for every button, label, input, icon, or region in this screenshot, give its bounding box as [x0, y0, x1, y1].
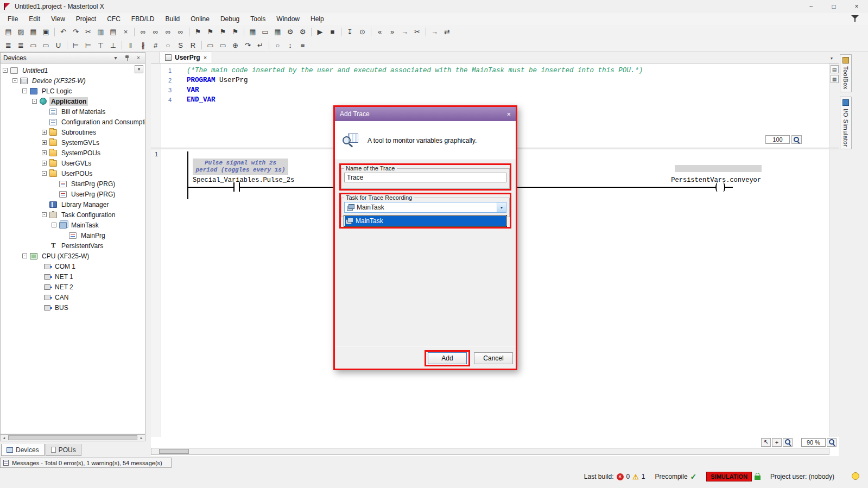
scrollbar-thumb[interactable]: [8, 435, 137, 440]
insert-network-below-icon[interactable]: ≣: [15, 39, 27, 51]
insert-input-icon[interactable]: ⊕: [229, 39, 242, 51]
tree-item[interactable]: - Application: [1, 96, 145, 106]
contact-symbol[interactable]: [233, 182, 235, 192]
tab-pous[interactable]: POUs: [46, 444, 81, 456]
indent-icon[interactable]: »: [386, 26, 398, 38]
tab-devices[interactable]: Devices: [1, 444, 45, 456]
tree-item[interactable]: + UserGVLs: [1, 158, 145, 168]
paste-icon[interactable]: ▤: [107, 26, 119, 38]
insert-coil-icon[interactable]: ○: [162, 39, 174, 51]
cut-icon[interactable]: ✂: [82, 26, 94, 38]
menu-online[interactable]: Online: [185, 14, 215, 24]
toolbar-separator[interactable]: [65, 39, 69, 51]
insert-comment-icon[interactable]: ▭: [40, 39, 52, 51]
clock-icon[interactable]: ⊙: [356, 26, 369, 38]
toggle-bookmark-icon[interactable]: ⚑: [192, 26, 204, 38]
tree-item[interactable]: Bill of Materials: [1, 106, 145, 117]
toolbar-separator[interactable]: [339, 26, 344, 38]
menu-fbd-ld[interactable]: FBD/LD: [126, 14, 160, 24]
tab-io-simulator[interactable]: I/O Simulator: [840, 97, 852, 150]
undo-icon[interactable]: ↶: [57, 26, 69, 38]
toolbar-separator[interactable]: [242, 26, 246, 38]
toolbar-separator[interactable]: [52, 26, 57, 38]
search-project-icon[interactable]: ∞: [162, 26, 174, 38]
ladder-zoom-value[interactable]: 90 %: [801, 438, 826, 447]
menu-view[interactable]: View: [46, 14, 71, 24]
calendar-icon[interactable]: ▦: [271, 26, 284, 38]
tree-item[interactable]: - CPU (XF325-W): [1, 251, 145, 261]
expand-toggle-icon[interactable]: +: [42, 130, 47, 135]
tree-item[interactable]: + SystemPOUs: [1, 148, 145, 158]
panel-close-icon[interactable]: ×: [135, 54, 142, 62]
expand-toggle-icon[interactable]: -: [32, 99, 37, 104]
toolbar-separator[interactable]: [132, 26, 137, 38]
tree-item[interactable]: NET 1: [1, 271, 145, 282]
ladder-comment-box[interactable]: Pulse signal with 2s period (toggles eve…: [193, 159, 288, 175]
expand-toggle-icon[interactable]: -: [22, 253, 27, 258]
tree-item[interactable]: - UserPOUs: [1, 168, 145, 179]
delete-icon[interactable]: ×: [119, 26, 132, 38]
gears-icon[interactable]: ⚙: [296, 26, 309, 38]
declaration-zoom-value[interactable]: 100: [765, 135, 790, 144]
contact-variable-label[interactable]: Special_Variables.Pulse_2s: [193, 176, 294, 184]
goto-icon[interactable]: →: [398, 26, 411, 38]
menu-tools[interactable]: Tools: [245, 14, 271, 24]
gear-icon[interactable]: ⚙: [284, 26, 296, 38]
insert-negated-contact-icon[interactable]: ∦: [137, 39, 149, 51]
menu-file[interactable]: File: [2, 14, 23, 24]
find-icon[interactable]: ∞: [137, 26, 149, 38]
scroll-left-icon[interactable]: ◂: [1, 435, 8, 441]
next-bookmark-icon[interactable]: ⚑: [217, 26, 229, 38]
insert-box-icon[interactable]: ▭: [204, 39, 217, 51]
task-combobox[interactable]: MainTask ▾: [344, 202, 506, 213]
messages-bar[interactable]: Messages - Total 0 error(s), 1 warning(s…: [0, 458, 172, 468]
tree-item[interactable]: - Device (XF325-W): [1, 75, 145, 86]
close-button[interactable]: ×: [845, 0, 868, 13]
tree-item[interactable]: UserPrg (PRG): [1, 189, 145, 199]
filter-funnel-icon[interactable]: [851, 15, 861, 23]
insert-contact-icon[interactable]: ‖: [124, 39, 137, 51]
toolbar-separator[interactable]: [267, 39, 271, 51]
trace-name-input[interactable]: [344, 173, 506, 182]
menu-build[interactable]: Build: [160, 14, 186, 24]
tree-item[interactable]: - Task Configuration: [1, 210, 145, 220]
tree-item[interactable]: BUS: [1, 302, 145, 313]
expand-toggle-icon[interactable]: -: [12, 78, 17, 83]
magnet-icon[interactable]: U: [52, 39, 65, 51]
stop-icon[interactable]: ■: [326, 26, 339, 38]
align-bottom-icon[interactable]: ⊥: [107, 39, 119, 51]
panel-chevron-down-icon[interactable]: ▾: [112, 54, 119, 62]
declaration-view-icon[interactable]: ▤: [831, 65, 839, 73]
zoom-tool-icon[interactable]: [783, 438, 793, 447]
expand-toggle-icon[interactable]: -: [3, 68, 8, 73]
previous-bookmark-icon[interactable]: ⚑: [204, 26, 217, 38]
add-button[interactable]: Add: [428, 352, 467, 364]
scroll-right-icon[interactable]: ▸: [138, 435, 145, 441]
tab-list-chevron-icon[interactable]: ▾: [827, 54, 836, 62]
hint-bulb-icon[interactable]: [852, 472, 859, 480]
copy-icon[interactable]: ▥: [94, 26, 107, 38]
edge-detection-icon[interactable]: ↕: [284, 39, 296, 51]
dialog-titlebar[interactable]: Add Trace ×: [335, 107, 516, 121]
cancel-button[interactable]: Cancel: [474, 352, 513, 364]
combobox-chevron-down-icon[interactable]: ▾: [497, 202, 506, 212]
tree-item[interactable]: StartPrg (PRG): [1, 179, 145, 189]
sync-icon[interactable]: ⇄: [441, 26, 453, 38]
tree-item[interactable]: + SystemGVLs: [1, 137, 145, 148]
tree-item[interactable]: - Untitled1: [1, 65, 145, 75]
insert-parallel-contact-icon[interactable]: #: [149, 39, 162, 51]
toolbar-separator[interactable]: [423, 26, 428, 38]
tab-userprg[interactable]: UserPrg ×: [160, 52, 212, 63]
editor-horizontal-scrollbar[interactable]: [151, 448, 829, 455]
expand-toggle-icon[interactable]: +: [42, 161, 47, 166]
insert-label-icon[interactable]: ▭: [27, 39, 40, 51]
expand-toggle-icon[interactable]: -: [42, 212, 47, 217]
toolbar-separator[interactable]: [309, 26, 314, 38]
open-project-icon[interactable]: ▨: [15, 26, 27, 38]
insert-table-icon[interactable]: ▦: [246, 26, 259, 38]
toolbar-separator[interactable]: [199, 39, 204, 51]
tab-close-icon[interactable]: ×: [204, 54, 207, 61]
coil-variable-label[interactable]: PersistentVars.conveyor: [639, 176, 761, 184]
insert-box-en-icon[interactable]: ▭: [217, 39, 229, 51]
forward-icon[interactable]: →: [428, 26, 441, 38]
